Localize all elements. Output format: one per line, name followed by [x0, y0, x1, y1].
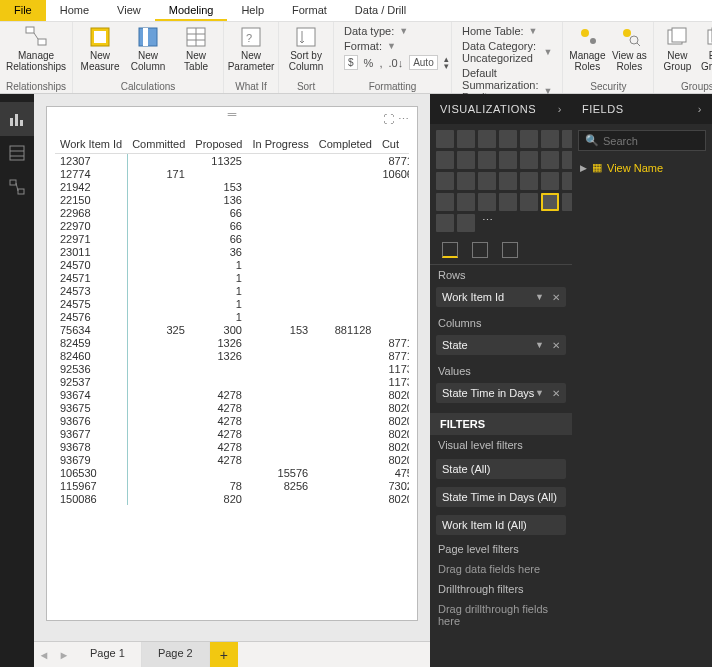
table-row[interactable]: 2301136: [55, 245, 409, 258]
report-view-button[interactable]: [0, 102, 34, 136]
new-parameter-button[interactable]: ?New Parameter: [230, 25, 272, 72]
menu-datadrill[interactable]: Data / Drill: [341, 0, 420, 21]
table-row[interactable]: 22150136: [55, 193, 409, 206]
viz-multi-card[interactable]: [457, 193, 475, 211]
table-row[interactable]: 936784278802011: [55, 440, 409, 453]
table-row[interactable]: 824591326877150: [55, 336, 409, 349]
spinner-icon[interactable]: ▴▾: [444, 56, 449, 70]
fields-tab-icon[interactable]: [442, 242, 458, 258]
table-row[interactable]: 936774278802011: [55, 427, 409, 440]
viz-donut[interactable]: [457, 172, 475, 190]
chevron-down-icon[interactable]: ▼: [529, 26, 538, 36]
viz-filled-map[interactable]: [520, 172, 538, 190]
chevron-right-icon[interactable]: ›: [558, 103, 562, 115]
new-table-button[interactable]: New Table: [175, 25, 217, 72]
fields-search[interactable]: 🔍: [578, 130, 706, 151]
viz-map[interactable]: [499, 172, 517, 190]
viz-stacked-area[interactable]: [457, 151, 475, 169]
focus-mode-icon[interactable]: ⛶: [383, 113, 394, 126]
viz-pie[interactable]: [436, 172, 454, 190]
viz-100-bar[interactable]: [520, 130, 538, 148]
chevron-down-icon[interactable]: ▼: [543, 47, 552, 57]
manage-relationships-button[interactable]: Manage Relationships: [15, 25, 57, 72]
viz-card[interactable]: [436, 193, 454, 211]
table-row[interactable]: 92537117370: [55, 375, 409, 388]
data-view-button[interactable]: [0, 136, 34, 170]
filter-state[interactable]: State (All): [436, 459, 566, 479]
rows-well[interactable]: Work Item Id▼✕: [436, 287, 566, 307]
page-tab-2[interactable]: Page 2: [142, 642, 210, 667]
viz-funnel[interactable]: [541, 172, 559, 190]
viz-py[interactable]: [436, 214, 454, 232]
remove-icon[interactable]: ✕: [552, 340, 560, 351]
table-row[interactable]: 21942153: [55, 180, 409, 193]
auto-decimals[interactable]: Auto: [409, 55, 438, 70]
chevron-down-icon[interactable]: ▼: [535, 340, 544, 350]
sort-by-column-button[interactable]: Sort by Column: [285, 25, 327, 72]
column-header[interactable]: Completed: [314, 135, 377, 154]
viz-stacked-column[interactable]: [457, 130, 475, 148]
percent-button[interactable]: %: [364, 57, 374, 69]
table-row[interactable]: 936794278802011: [55, 453, 409, 466]
viz-matrix[interactable]: [541, 193, 559, 211]
table-row[interactable]: 2296866: [55, 206, 409, 219]
table-row[interactable]: 245751: [55, 297, 409, 310]
page-prev-button[interactable]: ◄: [34, 642, 54, 667]
filter-work-item[interactable]: Work Item Id (All): [436, 515, 566, 535]
chevron-right-icon[interactable]: ›: [698, 103, 702, 115]
table-row[interactable]: 75634325300153881128: [55, 323, 409, 336]
menu-format[interactable]: Format: [278, 0, 341, 21]
viz-slicer[interactable]: [499, 193, 517, 211]
menu-home[interactable]: Home: [46, 0, 103, 21]
viz-table[interactable]: [520, 193, 538, 211]
table-row[interactable]: 2297166: [55, 232, 409, 245]
search-input[interactable]: [603, 135, 712, 147]
new-column-button[interactable]: New Column: [127, 25, 169, 72]
viz-treemap[interactable]: [478, 172, 496, 190]
decimal-dec-icon[interactable]: .0↓: [388, 57, 403, 69]
column-header[interactable]: In Progress: [247, 135, 313, 154]
table-row[interactable]: 936764278802011: [55, 414, 409, 427]
column-header[interactable]: Work Item Id: [55, 135, 127, 154]
table-row[interactable]: 936744278802011: [55, 388, 409, 401]
new-measure-button[interactable]: New Measure: [79, 25, 121, 72]
viz-ribbon[interactable]: [520, 151, 538, 169]
menu-help[interactable]: Help: [227, 0, 278, 21]
edit-groups-button[interactable]: Edit Groups: [700, 25, 712, 72]
currency-button[interactable]: $: [344, 55, 358, 70]
columns-well[interactable]: State▼✕: [436, 335, 566, 355]
viz-clustered-column[interactable]: [499, 130, 517, 148]
table-row[interactable]: 245701: [55, 258, 409, 271]
viz-line-clustered[interactable]: [499, 151, 517, 169]
chevron-down-icon[interactable]: ▼: [399, 26, 408, 36]
viz-area[interactable]: [436, 151, 454, 169]
viz-stacked-bar[interactable]: [436, 130, 454, 148]
new-group-button[interactable]: New Group: [660, 25, 694, 72]
view-as-roles-button[interactable]: View as Roles: [611, 25, 647, 72]
filter-state-time[interactable]: State Time in Days (All): [436, 487, 566, 507]
table-row[interactable]: 245731: [55, 284, 409, 297]
drag-handle-icon[interactable]: ═: [228, 107, 237, 121]
drill-filters-hint[interactable]: Drag drillthrough fields here: [430, 599, 572, 631]
table-row[interactable]: 245761: [55, 310, 409, 323]
page-tab-1[interactable]: Page 1: [74, 642, 142, 667]
remove-icon[interactable]: ✕: [552, 388, 560, 399]
table-row[interactable]: 245711: [55, 271, 409, 284]
manage-roles-button[interactable]: Manage Roles: [569, 25, 605, 72]
column-header[interactable]: Committed: [127, 135, 190, 154]
table-row[interactable]: 824601326877150: [55, 349, 409, 362]
column-header[interactable]: Cut: [377, 135, 409, 154]
viz-arcgis[interactable]: [457, 214, 475, 232]
model-view-button[interactable]: [0, 170, 34, 204]
viz-more[interactable]: ⋯: [478, 214, 496, 232]
chevron-down-icon[interactable]: ▼: [535, 388, 544, 398]
table-row[interactable]: 150086820802011: [55, 492, 409, 505]
table-row[interactable]: 1230711325877150: [55, 154, 409, 168]
page-next-button[interactable]: ►: [54, 642, 74, 667]
more-options-icon[interactable]: ⋯: [398, 113, 409, 126]
viz-kpi[interactable]: [478, 193, 496, 211]
add-page-button[interactable]: +: [210, 642, 238, 667]
values-well[interactable]: State Time in Days▼✕: [436, 383, 566, 403]
field-table-node[interactable]: ▶ ▦ View Name: [580, 161, 704, 174]
table-row[interactable]: 127741711060696: [55, 167, 409, 180]
